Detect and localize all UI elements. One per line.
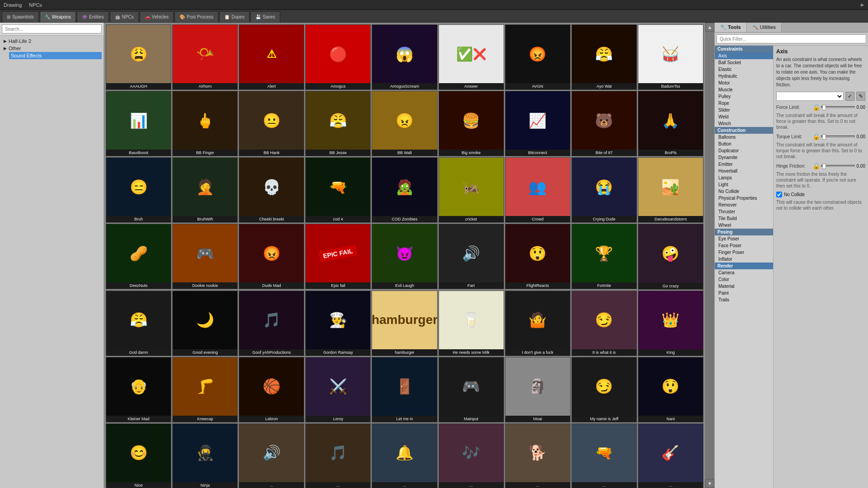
sound-item[interactable]: 😈Evil Laugh — [372, 224, 437, 289]
sound-item[interactable]: 🥷Ninja — [172, 423, 238, 488]
tree-item-sound-effects[interactable]: Sound Effects — [9, 52, 102, 59]
sound-item[interactable]: EPIC FAILEpic fail — [305, 224, 371, 289]
sound-item[interactable]: 🔊... — [239, 423, 304, 488]
sound-item[interactable]: 😏My name is Jeff — [571, 357, 637, 422]
tool-elastic[interactable]: Elastic — [715, 66, 773, 73]
sound-item[interactable]: 😲Nani — [638, 357, 703, 422]
tool-muscle[interactable]: Muscle — [715, 86, 773, 93]
sound-item[interactable]: 🔔... — [372, 423, 437, 488]
sound-item[interactable]: 📯Airhorn — [172, 24, 238, 90]
sound-item[interactable]: 👴Kleiner Mad — [106, 357, 171, 422]
sound-item[interactable]: 😤Ayo Wat — [571, 24, 637, 90]
tool-color[interactable]: Color — [715, 276, 773, 283]
tool-lamps[interactable]: Lamps — [715, 174, 773, 181]
sound-item[interactable]: ✅❌Answer — [439, 24, 504, 90]
sound-item[interactable]: 🎵Goof yAhProductions — [239, 291, 304, 356]
tool-button[interactable]: Button — [715, 141, 773, 147]
sound-item[interactable]: 🦵Kneecap — [172, 357, 238, 422]
tab-entities[interactable]: 👾 Entities — [77, 11, 109, 22]
sound-item[interactable]: 😠BB Walt — [372, 91, 437, 156]
sound-item[interactable]: 🎶... — [439, 423, 504, 488]
sound-item[interactable]: 🐕... — [505, 423, 571, 488]
sound-item[interactable]: 🍔Big smoke — [439, 91, 504, 156]
tool-remover[interactable]: Remover — [715, 202, 773, 208]
torque-limit-slider[interactable] — [821, 136, 855, 137]
tool-thruster[interactable]: Thruster — [715, 208, 773, 215]
sound-item[interactable]: 🎮Mainput — [439, 357, 504, 422]
tool-hoverball[interactable]: Hoverball — [715, 168, 773, 174]
sound-item[interactable]: 😐BB Hank — [239, 91, 304, 156]
sound-item[interactable]: 🤷I don't give a fuck — [505, 291, 571, 356]
sound-item[interactable]: 🚪Let me in — [372, 357, 437, 422]
tab-dupes[interactable]: 📋 Dupes — [219, 11, 250, 22]
sound-item[interactable]: 📊BassBoost — [106, 91, 171, 156]
tab-vehicles[interactable]: 🚗 Vehicles — [140, 11, 174, 22]
sound-item[interactable]: 🔴Amogus — [305, 24, 371, 90]
sound-item[interactable]: 😊Nice — [106, 423, 171, 488]
tool-rope[interactable]: Rope — [715, 100, 773, 107]
sound-item[interactable]: 🌙Good evening — [172, 291, 238, 356]
sound-item[interactable]: 🔫... — [571, 423, 637, 488]
sound-item[interactable]: 🤪Go crazy — [638, 224, 703, 289]
tool-material[interactable]: Material — [715, 283, 773, 290]
tool-preset-confirm-btn[interactable]: ✓ — [845, 92, 854, 101]
sound-item[interactable]: 📈Bitconnect — [505, 91, 571, 156]
tools-tab-tools[interactable]: 🔧 Tools — [715, 23, 747, 32]
sound-item[interactable]: 🏆Fortnite — [571, 224, 637, 289]
tool-slider[interactable]: Slider — [715, 107, 773, 113]
tree-item-other[interactable]: ▶ Other — [2, 45, 102, 52]
sound-item[interactable]: 🧟COD Zombies — [372, 157, 437, 223]
sound-item[interactable]: ⚔️Leroy — [305, 357, 371, 422]
force-limit-slider[interactable] — [821, 106, 855, 108]
sound-item[interactable]: 🖕BB Finger — [172, 91, 238, 156]
sound-item[interactable]: 😡Dude Mad — [239, 224, 304, 289]
search-input[interactable] — [2, 24, 102, 33]
sound-item[interactable]: ⚠Alert — [239, 24, 304, 90]
tool-duplicator[interactable]: Duplicator — [715, 147, 773, 154]
tool-preset-edit-btn[interactable]: ✎ — [856, 92, 865, 101]
scroll-down-arrow[interactable]: ▼ — [705, 479, 714, 488]
sound-item[interactable]: 👨‍🍳Gordon Ramsay — [305, 291, 371, 356]
tool-hydraulic[interactable]: Hydraulic — [715, 73, 773, 80]
sound-item[interactable]: 🔫cod 4 — [305, 157, 371, 223]
sound-item[interactable]: 🥁BadumTss — [638, 24, 703, 90]
tab-spawnlists[interactable]: ⊞ Spawnlists — [2, 11, 39, 22]
tab-weapons[interactable]: 🔧 Weapons — [40, 11, 76, 22]
tool-wheel[interactable]: Wheel — [715, 222, 773, 229]
tool-balloons[interactable]: Balloons — [715, 134, 773, 141]
tool-emitter[interactable]: Emitter — [715, 161, 773, 168]
tree-item-hl2[interactable]: ▶ Half-Life 2 — [2, 38, 102, 45]
sound-item[interactable]: 🏜️Darudesandstorm — [638, 157, 703, 223]
tool-axis[interactable]: Axis — [715, 52, 773, 59]
sound-item[interactable]: 😭Crying Dude — [571, 157, 637, 223]
sound-item[interactable]: 🎵... — [305, 423, 371, 488]
sound-item[interactable]: 🔊Fart — [439, 224, 504, 289]
sound-item[interactable]: 🏀Lebron — [239, 357, 304, 422]
tool-nocollide[interactable]: No Collide — [715, 188, 773, 195]
sound-item[interactable]: 🙏BroPls — [638, 91, 703, 156]
sound-item[interactable]: 😤God damn — [106, 291, 171, 356]
hinge-friction-slider[interactable] — [821, 165, 855, 167]
sound-item[interactable]: 😤BB Jesse — [305, 91, 371, 156]
scroll-up-arrow[interactable]: ▲ — [705, 23, 714, 32]
tool-eyeposer[interactable]: Eye Poser — [715, 235, 773, 242]
tab-npcs[interactable]: 🤖 NPCs — [110, 11, 139, 22]
tool-winch[interactable]: Winch — [715, 120, 773, 127]
sound-item[interactable]: 👑King — [638, 291, 703, 356]
tools-tab-utilities[interactable]: 🔨 Utilities — [747, 23, 782, 32]
tool-trails[interactable]: Trails — [715, 296, 773, 303]
tool-preset-dropdown[interactable] — [776, 92, 844, 101]
tool-camera[interactable]: Camera — [715, 269, 773, 276]
tool-motor[interactable]: Motor — [715, 80, 773, 86]
sound-item[interactable]: 🤦BruhWth — [172, 157, 238, 223]
sound-item[interactable]: 😲FlightReacts — [505, 224, 571, 289]
sound-item[interactable]: 🗿Moai — [505, 357, 571, 422]
sound-item[interactable]: 😱AmogusScream — [372, 24, 437, 90]
sound-item[interactable]: 💀Cheeki breeki — [239, 157, 304, 223]
sound-item[interactable]: 🎮Dookie nookie — [172, 224, 238, 289]
sound-item[interactable]: 😡AVGN — [505, 24, 571, 90]
tool-weld[interactable]: Weld — [715, 113, 773, 120]
sound-grid-scroll[interactable]: 😩AAAUGH📯Airhorn⚠Alert🔴Amogus😱AmogusScrea… — [104, 23, 705, 488]
tab-saves[interactable]: 💾 Saves — [250, 11, 280, 22]
tool-paint[interactable]: Paint — [715, 290, 773, 296]
